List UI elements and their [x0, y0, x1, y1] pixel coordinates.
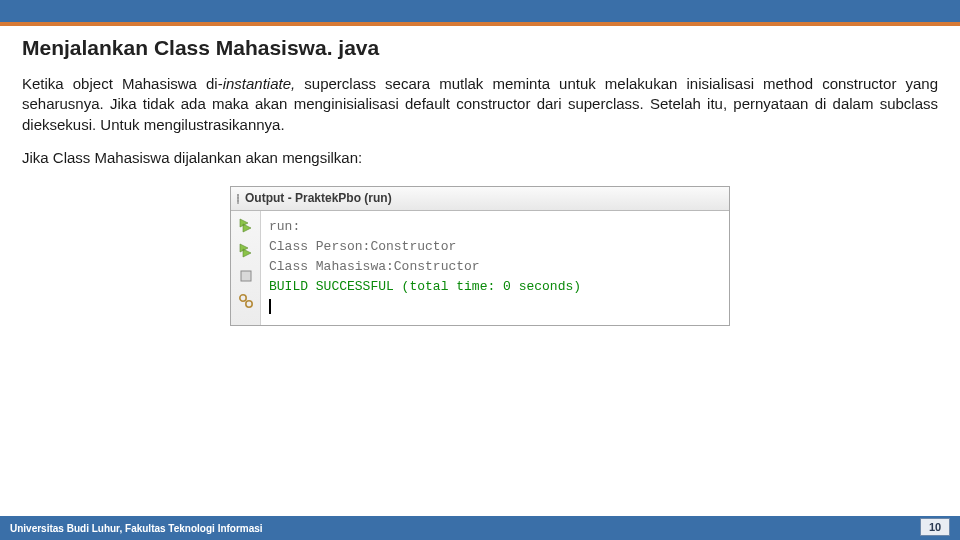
output-panel: Output - PraktekPbo (run) run: Class: [230, 186, 730, 327]
console-line: Class Mahasiswa:Constructor: [269, 257, 721, 277]
page-title: Menjalankan Class Mahasiswa. java: [0, 26, 960, 74]
console-line: run:: [269, 217, 721, 237]
console-cursor-line: [269, 297, 721, 317]
top-bar: [0, 0, 960, 22]
svg-rect-0: [241, 271, 251, 281]
output-titlebar: Output - PraktekPbo (run): [231, 187, 729, 211]
console-output: run: Class Person:Constructor Class Maha…: [261, 211, 729, 326]
page-number-badge: 10: [920, 518, 950, 536]
lead-text: Jika Class Mahasiswa dijalankan akan men…: [0, 145, 960, 180]
paragraph-prefix: Ketika object Mahasiswa di-: [22, 75, 223, 92]
rerun-icon[interactable]: [235, 215, 257, 237]
body-paragraph: Ketika object Mahasiswa di-instantiate, …: [0, 74, 960, 145]
stop-icon[interactable]: [235, 265, 257, 287]
console-success-line: BUILD SUCCESSFUL (total time: 0 seconds): [269, 277, 721, 297]
grip-icon: [237, 194, 239, 202]
svg-point-1: [239, 295, 245, 301]
paragraph-italic: instantiate,: [223, 75, 296, 92]
svg-point-2: [245, 301, 251, 307]
console-line: Class Person:Constructor: [269, 237, 721, 257]
output-title: Output - PraktekPbo (run): [245, 191, 392, 205]
slide: Menjalankan Class Mahasiswa. java Ketika…: [0, 0, 960, 540]
settings-icon[interactable]: [235, 290, 257, 312]
footer-bar: Universitas Budi Luhur, Fakultas Teknolo…: [0, 516, 960, 540]
rerun-alt-icon[interactable]: [235, 240, 257, 262]
footer-text: Universitas Budi Luhur, Fakultas Teknolo…: [10, 523, 263, 534]
output-body: run: Class Person:Constructor Class Maha…: [231, 211, 729, 326]
text-cursor-icon: [269, 299, 271, 314]
tool-column: [231, 211, 261, 326]
